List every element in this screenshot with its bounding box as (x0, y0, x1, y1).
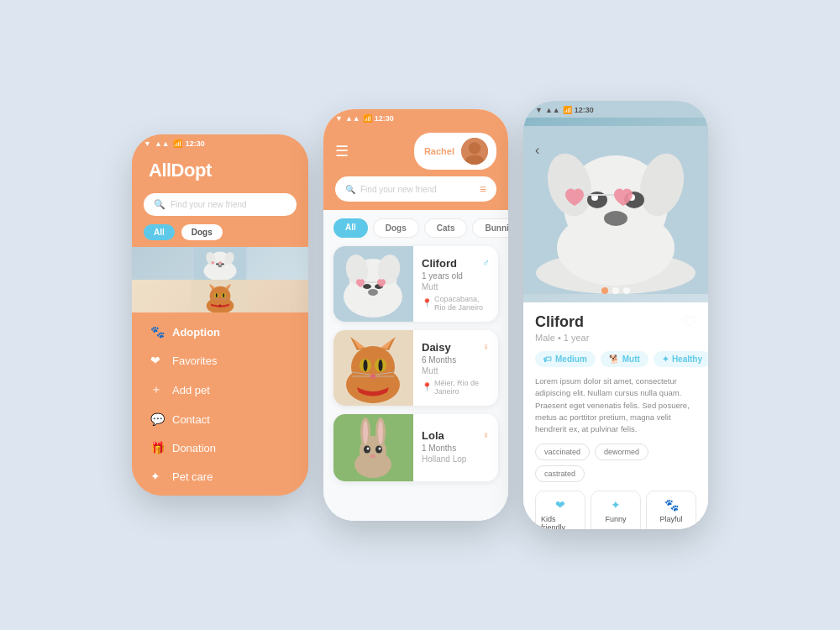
svg-point-13 (210, 286, 231, 306)
status-bar-1: ▼▲▲📶 12:30 (132, 134, 308, 151)
trait-kids-friendly: ❤ Kids friendly (535, 491, 585, 529)
pet-name-daisy: Daisy (422, 341, 451, 354)
chip-dogs[interactable]: Dogs (373, 218, 419, 238)
phone-detail: ▼▲▲📶 12:30 ‹ (523, 101, 708, 529)
pet-card-lola[interactable]: Lola ♀ 1 Months Holland Lop (333, 414, 498, 481)
svg-point-29 (469, 142, 480, 154)
pet-name-lola: Lola (422, 429, 444, 442)
tag-mutt: 🐕 Mutt (601, 351, 648, 367)
pet-detail-sub: Male • 1 year (535, 333, 696, 343)
chip-all[interactable]: All (333, 218, 368, 238)
chip-dogs-small[interactable]: Dogs (181, 224, 223, 240)
pet-hero-image: ‹ (523, 118, 708, 302)
screens-container: ▼▲▲📶 12:30 AllDopt 🔍 Find your new frien… (132, 101, 708, 529)
trait-playful: 🐾 Playful (646, 491, 696, 529)
pet-card-info-cliford: Cliford ♂ 1 years old Mutt 📍 Copacabana,… (413, 246, 498, 322)
nav-pet-care[interactable]: ✦ Pet care (132, 462, 308, 491)
pet-card-img-lola (333, 414, 413, 481)
svg-point-21 (223, 293, 224, 297)
svg-point-61 (363, 421, 368, 444)
nav-pet-care-label: Pet care (172, 470, 213, 483)
chip-all-small[interactable]: All (144, 224, 175, 240)
svg-point-65 (367, 448, 370, 450)
nav-contact[interactable]: 💬 Contact (132, 405, 308, 433)
time-1: ▼▲▲📶 12:30 (144, 139, 205, 148)
status-bar-3: ▼▲▲📶 12:30 (523, 101, 708, 118)
tags-row: 🏷 Medium 🐕 Mutt ✦ Healthy (535, 351, 696, 367)
vtag-vaccinated: vaccinated (535, 444, 590, 460)
svg-point-50 (379, 360, 383, 371)
pet-card-cliford[interactable]: Cliford ♂ 1 years old Mutt 📍 Copacabana,… (333, 246, 498, 322)
svg-rect-10 (222, 274, 228, 277)
pet-name-cliford: Cliford (422, 257, 457, 270)
chip-cats[interactable]: Cats (424, 218, 468, 238)
dog-art-1 (132, 247, 308, 280)
pet-breed-daisy: Mutt (422, 366, 490, 375)
svg-point-38 (368, 289, 378, 296)
trait-funny-label: Funny (605, 515, 626, 523)
svg-point-49 (364, 360, 368, 371)
vtag-castrated: castrated (535, 465, 585, 482)
pet-age-lola: 1 Months (422, 444, 490, 453)
add-pet-icon: ＋ (150, 382, 164, 397)
favorites-icon: ❤ (150, 354, 164, 367)
adoption-icon: 🐾 (150, 325, 164, 339)
back-button[interactable]: ‹ (535, 143, 539, 158)
pet-description: Lorem ipsum dolor sit amet, consectetur … (535, 375, 696, 435)
filter-icon-2[interactable]: ≡ (480, 182, 486, 196)
svg-point-20 (216, 293, 218, 297)
pet-card-img-cliford (333, 246, 413, 322)
pet-age-daisy: 6 Months (422, 355, 490, 365)
vtag-dewormed: dewormed (595, 444, 648, 460)
hamburger-menu[interactable]: ☰ (335, 142, 349, 160)
tag-medium-label: Medium (555, 354, 587, 364)
heart-favorite-btn[interactable]: ♡ (683, 312, 696, 331)
pet-card-info-lola: Lola ♀ 1 Months Holland Lop (413, 414, 498, 481)
dot-2 (612, 287, 619, 294)
svg-point-7 (218, 265, 223, 267)
phone2-top-row: ☰ Rachel (335, 129, 496, 176)
svg-point-62 (378, 421, 383, 444)
tag-healthy-label: Healthy (672, 354, 702, 364)
pet-name-row-lola: Lola ♀ (422, 429, 490, 442)
pet-card-daisy[interactable]: Daisy ♀ 6 Months Mutt 📍 Méier, Rio de Ja… (333, 330, 498, 406)
tag-medium-icon: 🏷 (543, 354, 552, 364)
pet-name-row-cliford: Cliford ♂ (422, 257, 490, 270)
dog-hero (523, 118, 708, 302)
svg-point-66 (379, 448, 381, 450)
search-placeholder-2: Find your new friend (360, 185, 437, 194)
dot-1 (601, 287, 608, 294)
trait-star-icon: ✦ (611, 498, 621, 512)
search-bar-2[interactable]: 🔍 Find your new friend ≡ (335, 176, 496, 202)
tag-mutt-label: Mutt (622, 354, 640, 364)
cat-art-1 (132, 280, 308, 312)
nav-adoption[interactable]: 🐾 Adoption (132, 318, 308, 346)
tag-medium: 🏷 Medium (535, 351, 596, 367)
loc-icon-cliford: 📍 (422, 298, 432, 307)
user-avatar (459, 136, 490, 166)
pet-breed-cliford: Mutt (422, 282, 490, 291)
carousel-dots (601, 287, 630, 294)
svg-point-81 (627, 257, 664, 277)
nav-add-pet-label: Add pet (172, 384, 210, 396)
nav-favorites[interactable]: ❤ Favorites (132, 346, 308, 375)
pet-image-strip (132, 247, 308, 312)
svg-point-79 (604, 211, 627, 226)
nav-donation[interactable]: 🎁 Donation (132, 433, 308, 462)
search-bar-small[interactable]: 🔍 Find your new friend (144, 193, 297, 216)
tag-mutt-icon: 🐕 (609, 354, 619, 364)
contact-icon: 💬 (150, 412, 164, 426)
nav-add-pet[interactable]: ＋ Add pet (132, 375, 308, 405)
svg-point-67 (370, 454, 375, 458)
phone-list: ▼▲▲📶 12:30 ☰ Rachel (323, 109, 508, 521)
user-chip[interactable]: Rachel (414, 133, 496, 170)
pet-breed-lola: Holland Lop (422, 454, 490, 464)
svg-point-5 (216, 263, 219, 265)
filter-chips-row: All Dogs Cats Bunnies (333, 218, 498, 238)
search-icon-2: 🔍 (345, 185, 355, 194)
svg-point-80 (568, 257, 605, 277)
phone-menu: ▼▲▲📶 12:30 AllDopt 🔍 Find your new frien… (132, 134, 308, 496)
trait-kids-label: Kids friendly (541, 515, 580, 529)
chip-bunnies[interactable]: Bunnies (472, 218, 508, 238)
gender-cliford: ♂ (482, 257, 490, 269)
